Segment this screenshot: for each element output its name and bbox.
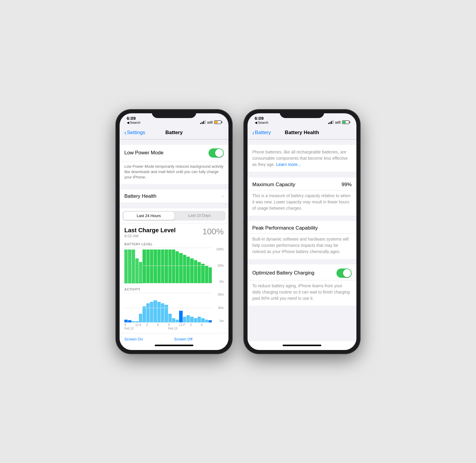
- nav-bar-1: ‹ Settings Battery: [120, 126, 228, 139]
- low-power-toggle[interactable]: [209, 148, 224, 158]
- peak-performance-description: Built-in dynamic software and hardware s…: [248, 234, 356, 259]
- back-button-2[interactable]: ‹ Battery: [252, 130, 271, 136]
- tab-24h[interactable]: Last 24 Hours: [123, 211, 174, 220]
- screen-stats: Screen On 2h 29m Screen Off 7h 21m: [120, 333, 228, 341]
- optimized-toggle-knob: [343, 269, 351, 277]
- notch-2: [280, 110, 324, 118]
- screen-1: 6:09 ◀ Search wifi ‹ Settings: [120, 113, 228, 350]
- battery-health-cell[interactable]: Battery Health ›: [120, 189, 228, 203]
- signal-icon-2: [328, 120, 333, 124]
- nav-title-1: Battery: [165, 130, 183, 136]
- max-capacity-value: 99%: [342, 182, 352, 188]
- screen-off-stat: Screen Off 7h 21m: [174, 337, 224, 341]
- low-power-mode-cell: Low Power Mode: [120, 145, 228, 161]
- activity-chart: 60m 30m 0m: [124, 293, 224, 323]
- battery-chart: 100% 50% 0%: [124, 248, 224, 283]
- signal-icon-1: [200, 120, 206, 124]
- back-label-2: Battery: [255, 130, 271, 136]
- health-desc-text: Phone batteries, like all rechargeable b…: [252, 150, 348, 167]
- battery-status-icon-2: [342, 120, 349, 124]
- learn-more-link[interactable]: Learn more...: [276, 162, 301, 167]
- last-charge-row: Last Charge Level 8:02 AM 100%: [120, 223, 228, 239]
- screen-off-label: Screen Off: [174, 337, 224, 341]
- wifi-icon-2: wifi: [335, 120, 341, 125]
- home-bar-2: [283, 345, 321, 346]
- health-description: Phone batteries, like all rechargeable b…: [248, 145, 356, 172]
- battery-level-chart-container: BATTERY LEVEL: [120, 239, 228, 286]
- home-bar-1: [155, 345, 193, 346]
- max-capacity-section: Maximum Capacity 99% This is a measure o…: [248, 178, 356, 216]
- screen-2: 6:09 ◀ Search wifi ‹ Battery: [248, 113, 356, 350]
- chevron-left-icon-2: ‹: [252, 130, 254, 136]
- nav-title-2: Battery Health: [285, 130, 319, 136]
- nav-bar-2: ‹ Battery Battery Health: [248, 126, 356, 139]
- a-label-60: 60m: [213, 293, 224, 296]
- back-label-1: Settings: [127, 130, 145, 136]
- home-indicator-2[interactable]: [248, 341, 356, 350]
- activity-label: ACTIVITY: [124, 288, 224, 291]
- screen-on-label: Screen On: [124, 337, 174, 341]
- last-charge-label: Last Charge Level: [124, 227, 176, 234]
- status-icons-2: wifi: [328, 120, 349, 125]
- tab-10d[interactable]: Last 10 Days: [174, 211, 225, 220]
- chevron-left-icon-1: ‹: [124, 130, 126, 136]
- status-icons-1: wifi: [200, 120, 221, 125]
- optimized-charging-description: To reduce battery aging, iPhone learns f…: [248, 280, 356, 306]
- toggle-knob: [215, 149, 223, 157]
- optimized-charging-section: Optimized Battery Charging To reduce bat…: [248, 264, 356, 306]
- notch: [152, 110, 196, 118]
- phone-1: 6:09 ◀ Search wifi ‹ Settings: [116, 110, 232, 354]
- phone-2: 6:09 ◀ Search wifi ‹ Battery: [244, 110, 360, 354]
- search-label-2[interactable]: ◀ Search: [255, 121, 268, 125]
- last-charge-value: 100%: [202, 227, 224, 236]
- last-charge-time: 8:02 AM: [124, 234, 176, 238]
- low-power-mode-label: Low Power Mode: [124, 150, 163, 156]
- optimized-charging-label: Optimized Battery Charging: [252, 270, 314, 276]
- chart-dates: Feb 12 Feb 13: [124, 327, 224, 330]
- a-label-30: 30m: [213, 306, 224, 310]
- peak-performance-label: Peak Performance Capability: [252, 225, 318, 231]
- battery-level-label: BATTERY LEVEL: [124, 242, 224, 246]
- y-label-100: 100%: [213, 248, 224, 251]
- a-label-0: 0m: [213, 319, 224, 323]
- wifi-icon-1: wifi: [207, 120, 213, 125]
- battery-health-label: Battery Health: [124, 193, 156, 199]
- status-time-1: 6:09: [127, 116, 136, 121]
- screen-on-stat: Screen On 2h 29m: [124, 337, 174, 341]
- max-capacity-label: Maximum Capacity: [252, 182, 295, 188]
- battery-status-icon-1: [214, 120, 221, 124]
- screen-content-1[interactable]: Low Power Mode Low Power Mode temporaril…: [120, 139, 228, 341]
- status-time-2: 6:09: [255, 116, 264, 121]
- tab-selector: Last 24 Hours Last 10 Days: [120, 208, 228, 223]
- search-label-1[interactable]: ◀ Search: [127, 121, 140, 125]
- optimized-charging-toggle[interactable]: [336, 269, 352, 278]
- x-labels: 9 12 A 3 6 9 12 P 3 6: [124, 323, 224, 327]
- back-button-1[interactable]: ‹ Settings: [124, 130, 145, 136]
- y-label-50: 50%: [213, 264, 224, 267]
- activity-chart-container: ACTIVITY: [120, 286, 228, 333]
- chevron-right-icon: ›: [222, 193, 224, 199]
- home-indicator-1[interactable]: [120, 341, 228, 350]
- peak-performance-section: Peak Performance Capability Built-in dyn…: [248, 221, 356, 259]
- low-power-mode-description: Low Power Mode temporarily reduces backg…: [120, 161, 228, 184]
- y-label-0: 0%: [213, 280, 224, 283]
- screen-content-2[interactable]: Phone batteries, like all rechargeable b…: [248, 139, 356, 341]
- max-capacity-description: This is a measure of battery capacity re…: [248, 190, 356, 216]
